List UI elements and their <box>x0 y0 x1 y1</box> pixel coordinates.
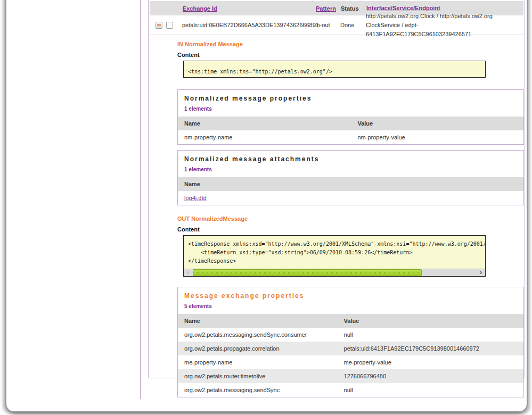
column-header-value: Value <box>357 120 523 127</box>
me-property-value-cell: 1276066796480 <box>344 373 523 379</box>
column-header-name: Name <box>178 120 357 127</box>
nm-properties-count: 1 elements <box>178 102 523 117</box>
exchange-row-checkbox[interactable] <box>166 22 173 29</box>
column-header-exchange-id[interactable]: Exchange Id <box>183 5 217 12</box>
out-message-content-box: <timeResponse xmlns:xsd="http://www.w3.o… <box>183 235 486 277</box>
attachment-file-link[interactable]: log4j.dtd <box>184 195 207 201</box>
me-property-name-cell: org.ow2.petals.router.timetolive <box>178 373 344 379</box>
exchange-row: petals:uid:0E0EB72D666A5A33DE13974362666… <box>149 15 524 35</box>
column-header-name: Name <box>178 318 344 324</box>
sidebar-divider <box>140 0 141 399</box>
collapse-toggle-icon[interactable] <box>155 22 162 29</box>
nm-attachments-section: Normalized message attachments 1 element… <box>177 150 524 205</box>
table-row: org.ow2.petals.messaging.sendSync null <box>178 383 523 397</box>
horizontal-scrollbar[interactable]: ‹ › <box>184 269 485 276</box>
nm-properties-title: Normalized message properties <box>178 90 523 102</box>
me-property-name-cell: me-property-name <box>178 359 344 366</box>
column-header-interface[interactable]: Interface/Service/Endpoint <box>366 5 440 11</box>
me-property-value-cell: me-property-value <box>344 359 523 366</box>
table-row: me-property-name me-property-value <box>178 355 523 369</box>
table-row: org.ow2.petals.messaging.sendSync.consum… <box>178 328 523 342</box>
me-properties-count: 5 elements <box>178 300 523 314</box>
nm-attachments-title: Normalized message attachments <box>178 151 523 163</box>
scrollbar-thumb[interactable] <box>193 269 422 276</box>
in-message-title: IN Normalized Message <box>177 41 524 47</box>
status-value: Done <box>340 22 366 28</box>
nm-property-value-cell: nm-property-value <box>357 134 523 140</box>
exchange-id-value: petals:uid:0E0EB72D666A5A33DE13974362666… <box>182 22 315 28</box>
scroll-right-arrow-icon[interactable]: › <box>477 269 485 276</box>
table-row: nm-property-name nm-property-value <box>178 130 523 144</box>
table-row: org.ow2.petals.router.timetolive 1276066… <box>178 369 523 383</box>
me-property-value-cell: petals:uid:6413F1A92EC179C5C913980014660… <box>344 345 523 352</box>
me-property-value-cell: null <box>344 331 523 338</box>
me-properties-section: Message exchange properties 5 elements N… <box>177 287 524 397</box>
me-property-name-cell: org.ow2.petals.messaging.sendSync.consum… <box>178 331 344 338</box>
me-property-value-cell: null <box>344 387 523 393</box>
column-header-status: Status <box>341 5 359 12</box>
nm-attachments-count: 1 elements <box>178 163 523 177</box>
me-properties-table-header: Name Value <box>178 314 523 328</box>
interface-service-endpoint-value: http://petals.ow2.org Clock / http://pet… <box>366 12 524 39</box>
me-property-name-cell: org.ow2.petals.messaging.sendSync <box>178 387 344 393</box>
in-message-content-box: <tns:time xmlns:tns="http://petals.ow2.o… <box>183 61 486 78</box>
out-message-title: OUT NormalizedMessage <box>177 215 524 222</box>
column-header-pattern[interactable]: Pattern <box>316 5 336 12</box>
in-content-label: Content <box>177 52 524 58</box>
in-message-xml: <tns:time xmlns:tns="http://petals.ow2.o… <box>184 61 485 77</box>
sidebar-panel <box>6 0 141 400</box>
out-message-xml: <timeResponse xmlns:xsd="http://www.w3.o… <box>184 236 485 269</box>
column-header-value: Value <box>344 318 523 324</box>
me-property-name-cell: org.ow2.petals.propagate.correlation <box>178 345 344 352</box>
nm-attachments-table-header: Name <box>178 177 523 191</box>
me-properties-title: Message exchange properties <box>178 287 523 300</box>
table-row: log4j.dtd <box>178 191 523 205</box>
column-header-name: Name <box>178 181 523 187</box>
out-content-label: Content <box>177 226 524 233</box>
table-row: org.ow2.petals.propagate.correlation pet… <box>178 342 523 355</box>
nm-property-name-cell: nm-property-name <box>178 134 357 140</box>
pattern-value: in-out <box>315 22 340 28</box>
exchange-detail-panel: Exchange Id Pattern Status Interface/Ser… <box>148 0 525 378</box>
minus-icon <box>157 24 161 26</box>
nm-properties-section: Normalized message properties 1 elements… <box>177 89 524 145</box>
scroll-left-arrow-icon[interactable]: ‹ <box>184 269 192 276</box>
nm-properties-table-header: Name Value <box>178 117 523 130</box>
